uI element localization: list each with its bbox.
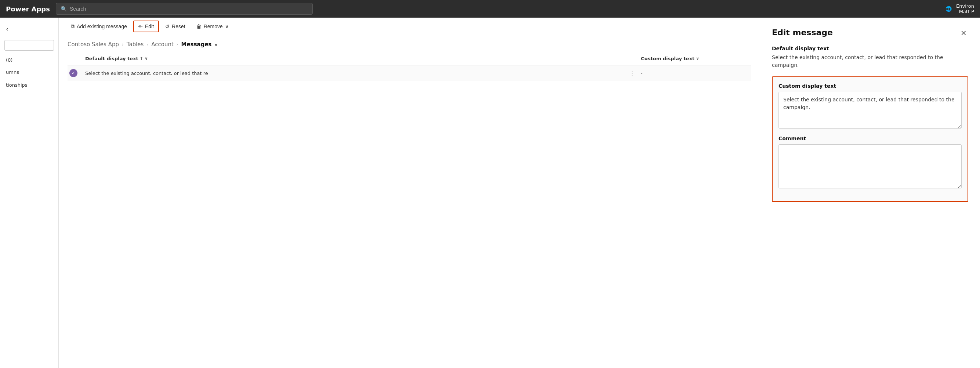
topbar-right: 🌐 Environ Matt P <box>945 3 974 14</box>
app-logo: Power Apps <box>6 5 50 13</box>
breadcrumb-tables[interactable]: Tables <box>127 41 144 48</box>
panel-custom-label: Custom display text <box>778 83 962 89</box>
panel-title: Edit message <box>772 28 833 37</box>
table-header: Default display text ↑ ∨ Custom display … <box>68 52 751 65</box>
main-layout: ‹ (0) umns tionships ⧉ Add existing mess… <box>0 18 980 368</box>
sidebar-item-relationships[interactable]: tionships <box>0 79 58 91</box>
search-icon: 🔍 <box>60 6 67 12</box>
sidebar-search-input[interactable] <box>5 40 54 51</box>
table-area: Default display text ↑ ∨ Custom display … <box>59 52 760 368</box>
panel-comment-label: Comment <box>778 135 962 142</box>
table-row-check: ✓ <box>68 69 79 77</box>
add-message-icon: ⧉ <box>71 23 75 29</box>
remove-button[interactable]: 🗑 Remove ∨ <box>192 21 234 32</box>
table-col-custom-header[interactable]: Custom display text ∨ <box>641 56 751 61</box>
back-icon: ‹ <box>6 25 8 33</box>
table-row-actions: ⋮ <box>629 70 635 77</box>
sort-asc-icon[interactable]: ↑ <box>140 56 143 61</box>
sort-desc-icon[interactable]: ∨ <box>145 56 148 61</box>
search-input[interactable] <box>70 6 308 12</box>
remove-icon: 🗑 <box>196 24 202 29</box>
breadcrumb-sep1: › <box>122 42 124 47</box>
sidebar-count: (0) <box>0 55 58 65</box>
toolbar: ⧉ Add existing message ✏ Edit ↺ Reset 🗑 … <box>59 18 760 35</box>
panel-custom-field: Custom display text <box>778 83 962 130</box>
table-row-ellipsis-icon[interactable]: ⋮ <box>629 70 635 77</box>
breadcrumb-current: Messages ∨ <box>181 41 218 48</box>
reset-icon: ↺ <box>165 24 170 29</box>
custom-sort-icon[interactable]: ∨ <box>696 56 699 61</box>
breadcrumb-sep2: › <box>146 42 148 47</box>
panel-default-description: Select the existing account, contact, or… <box>772 54 968 69</box>
reset-button[interactable]: ↺ Reset <box>161 21 190 32</box>
remove-chevron-icon: ∨ <box>225 24 229 29</box>
breadcrumb-account[interactable]: Account <box>151 41 173 48</box>
check-circle-icon: ✓ <box>69 69 78 77</box>
table-row[interactable]: ✓ Select the existing account, contact, … <box>68 65 751 81</box>
edit-button[interactable]: ✏ Edit <box>133 21 159 32</box>
right-panel: Edit message ✕ Default display text Sele… <box>760 18 980 368</box>
panel-custom-textarea[interactable] <box>778 92 962 129</box>
add-existing-message-button[interactable]: ⧉ Add existing message <box>66 21 132 32</box>
panel-highlight-section: Custom display text Comment <box>772 76 968 202</box>
sidebar-item-columns[interactable]: umns <box>0 67 58 78</box>
globe-icon: 🌐 <box>945 6 952 12</box>
search-bar[interactable]: 🔍 <box>56 3 313 15</box>
panel-default-section-label: Default display text <box>772 46 968 51</box>
breadcrumb-app[interactable]: Contoso Sales App <box>68 41 119 48</box>
panel-comment-field: Comment <box>778 135 962 190</box>
sidebar: ‹ (0) umns tionships <box>0 18 59 368</box>
check-icon: ✓ <box>72 70 75 76</box>
edit-icon: ✏ <box>138 24 143 29</box>
topbar: Power Apps 🔍 🌐 Environ Matt P <box>0 0 980 18</box>
panel-comment-textarea[interactable] <box>778 144 962 188</box>
environment-info: Environ Matt P <box>956 3 974 14</box>
breadcrumb: Contoso Sales App › Tables › Account › M… <box>59 35 760 52</box>
breadcrumb-sep3: › <box>177 42 178 47</box>
table-row-custom-text: - <box>641 70 751 76</box>
table-col-default-header[interactable]: Default display text ↑ ∨ <box>85 56 635 61</box>
panel-close-button[interactable]: ✕ <box>959 28 968 38</box>
table-row-default-text: Select the existing account, contact, or… <box>85 70 623 76</box>
breadcrumb-dropdown-icon[interactable]: ∨ <box>214 42 218 47</box>
content-area: ⧉ Add existing message ✏ Edit ↺ Reset 🗑 … <box>59 18 760 368</box>
sidebar-back-button[interactable]: ‹ <box>0 22 58 36</box>
panel-header: Edit message ✕ <box>772 28 968 38</box>
